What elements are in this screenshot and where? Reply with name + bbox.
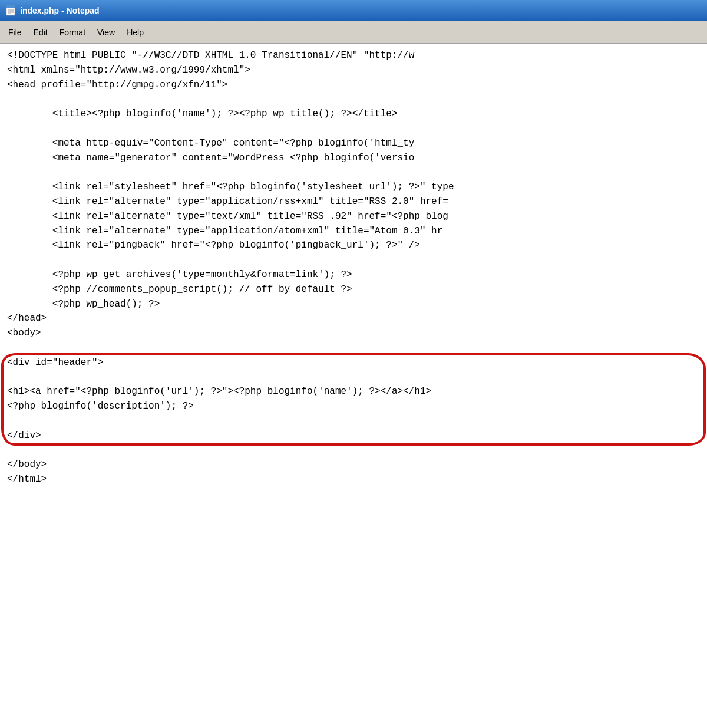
menu-file[interactable]: File <box>2 25 28 39</box>
code-line: <body> <box>7 326 700 341</box>
code-line: <div id="header"> <box>7 355 700 370</box>
code-line: <?php bloginfo('description'); ?> <box>7 399 700 414</box>
code-line: <meta name="generator" content="WordPres… <box>7 151 700 166</box>
code-line <box>7 253 700 268</box>
code-line <box>7 414 700 429</box>
code-line <box>7 370 700 385</box>
menu-help[interactable]: Help <box>121 25 150 39</box>
code-line: <link rel="alternate" type="text/xml" ti… <box>7 209 700 224</box>
code-line <box>7 443 700 458</box>
code-line: </div> <box>7 429 700 443</box>
code-line: <html xmlns="http://www.w3.org/1999/xhtm… <box>7 63 700 78</box>
code-line: <head profile="http://gmpg.org/xfn/11"> <box>7 78 700 93</box>
code-line: <?php wp_get_archives('type=monthly&form… <box>7 268 700 282</box>
code-line: <?php //comments_popup_script(); // off … <box>7 282 700 297</box>
code-line <box>7 121 700 136</box>
menu-bar: File Edit Format View Help <box>0 21 707 44</box>
code-line <box>7 92 700 107</box>
code-line: <h1><a href="<?php bloginfo('url'); ?>">… <box>7 384 700 399</box>
code-line: </body> <box>7 457 700 472</box>
menu-view[interactable]: View <box>91 25 121 39</box>
svg-rect-1 <box>6 6 15 8</box>
code-line: </html> <box>7 472 700 487</box>
code-line: <title><?php bloginfo('name'); ?><?php w… <box>7 107 700 121</box>
code-line: <link rel="alternate" type="application/… <box>7 195 700 209</box>
title-bar: index.php - Notepad <box>0 0 707 21</box>
code-line: <link rel="stylesheet" href="<?php blogi… <box>7 180 700 195</box>
code-editor[interactable]: <!DOCTYPE html PUBLIC "-//W3C//DTD XHTML… <box>0 44 707 728</box>
code-line: <meta http-equiv="Content-Type" content=… <box>7 136 700 151</box>
menu-format[interactable]: Format <box>54 25 91 39</box>
code-line: <link rel="alternate" type="application/… <box>7 224 700 239</box>
code-line <box>7 341 700 355</box>
window-title: index.php - Notepad <box>20 6 100 15</box>
menu-edit[interactable]: Edit <box>28 25 54 39</box>
code-line <box>7 165 700 180</box>
notepad-icon <box>5 5 16 17</box>
code-line: <link rel="pingback" href="<?php bloginf… <box>7 238 700 253</box>
code-line: </head> <box>7 311 700 326</box>
code-line: <?php wp_head(); ?> <box>7 297 700 312</box>
code-line: <!DOCTYPE html PUBLIC "-//W3C//DTD XHTML… <box>7 48 700 63</box>
